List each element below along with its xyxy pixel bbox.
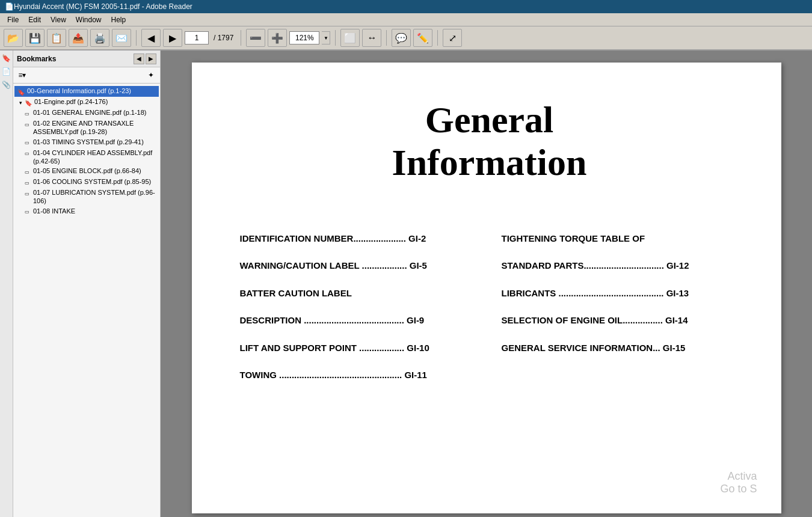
page-title: General Information	[240, 99, 739, 185]
fit-width-button[interactable]: ↔	[362, 29, 381, 47]
menu-edit[interactable]: Edit	[23, 14, 46, 25]
bookmark-icon-01-07: ▭	[23, 189, 31, 198]
toc-item-left-1: WARNING/CAUTION LABEL ..................…	[240, 260, 478, 272]
sidebar-expand-btn[interactable]: ▶	[146, 54, 156, 64]
bookmark-text-01-04: 01-04 CYLINDER HEAD ASSEMBLY.pdf (p.42-6…	[33, 148, 158, 166]
title-bar: 📄 Hyundai Accent (MC) FSM 2005-11.pdf - …	[0, 0, 812, 13]
zoom-input[interactable]	[289, 31, 319, 44]
prev-page-button[interactable]: ◀	[141, 29, 161, 47]
bookmark-icon-01-05: ▭	[23, 168, 31, 176]
bookmark-text-01-06: 01-06 COOLING SYSTEM.pdf (p.85-95)	[33, 177, 151, 186]
attachments-panel-icon[interactable]: 📎	[1, 79, 12, 90]
fit-page-button[interactable]: ⬜	[340, 29, 360, 47]
zoom-out-button[interactable]: ➖	[246, 29, 265, 47]
pages-panel-icon[interactable]: 📄	[1, 66, 12, 77]
comment-button[interactable]: 💬	[392, 29, 411, 47]
menu-window[interactable]: Window	[71, 14, 106, 25]
page-total: / 1797	[214, 34, 233, 42]
page-title-line1: General	[425, 99, 554, 140]
menu-bar: File Edit View Window Help	[0, 13, 812, 26]
toc-grid: IDENTIFICATION NUMBER...................…	[240, 233, 739, 397]
bookmark-icon-01-08: ▭	[23, 208, 31, 216]
toc-item-right-1: STANDARD PARTS..........................…	[502, 260, 739, 272]
bookmark-text-01-03: 01-03 TIMING SYSTEM.pdf (p.29-41)	[33, 138, 144, 146]
toolbar: 📂 💾 📋 📤 🖨️ ✉️ ◀ ▶ / 1797 ➖ ➕ ▼ ⬜ ↔ 💬 ✏️ …	[0, 26, 812, 50]
bookmark-text-01-07: 01-07 LUBRICATION SYSTEM.pdf (p.96-106)	[33, 188, 158, 206]
open-button[interactable]: 📂	[4, 29, 23, 47]
bookmark-item-01-02[interactable]: ▭ 01-02 ENGINE AND TRANSAXLE ASSEMBLY.pd…	[14, 118, 159, 137]
toc-left-column: IDENTIFICATION NUMBER...................…	[240, 233, 478, 397]
separator-4	[386, 30, 387, 46]
bookmarks-options-btn[interactable]: ≡▾	[16, 69, 29, 81]
toc-item-left-3: DESCRIPTION ............................…	[240, 314, 478, 326]
zoom-in-button[interactable]: ➕	[268, 29, 287, 47]
sidebar-header: Bookmarks ◀ ▶	[13, 50, 160, 67]
sidebar-toolbar: ≡▾ ✦	[13, 67, 160, 84]
bookmark-text-01-01: 01-01 GENERAL ENGINE.pdf (p.1-18)	[33, 108, 147, 117]
separator-1	[136, 30, 137, 46]
bookmark-item-01-08[interactable]: ▭ 01-08 INTAKE	[14, 206, 159, 217]
save-button[interactable]: 💾	[25, 29, 45, 47]
bookmark-item-01-04[interactable]: ▭ 01-04 CYLINDER HEAD ASSEMBLY.pdf (p.42…	[14, 148, 159, 167]
title-bar-text: Hyundai Accent (MC) FSM 2005-11.pdf - Ad…	[14, 2, 192, 11]
bookmark-item-00[interactable]: 🔖 00-General Information.pdf (p.1-23)	[14, 86, 159, 97]
bookmark-item-01-03[interactable]: ▭ 01-03 TIMING SYSTEM.pdf (p.29-41)	[14, 137, 159, 148]
menu-help[interactable]: Help	[106, 14, 131, 25]
bookmark-icon-01-06: ▭	[23, 179, 31, 187]
fullscreen-button[interactable]: ⤢	[443, 29, 462, 47]
page-number-input[interactable]	[185, 31, 209, 44]
toc-item-left-4: LIFT AND SUPPORT POINT .................…	[240, 342, 478, 354]
main-layout: 🔖 📄 📎 Bookmarks ◀ ▶ ≡▾ ✦ 🔖 00-General In…	[0, 50, 812, 517]
share-button[interactable]: 📤	[69, 29, 88, 47]
zoom-dropdown-btn[interactable]: ▼	[322, 31, 330, 44]
bookmark-item-01-06[interactable]: ▭ 01-06 COOLING SYSTEM.pdf (p.85-95)	[14, 177, 159, 188]
bookmark-icon-01-01: ▭	[23, 109, 31, 118]
bookmark-icon-01: 🔖	[24, 99, 32, 107]
toc-item-right-3: SELECTION OF ENGINE OIL................ …	[502, 314, 739, 326]
bookmarks-panel-icon[interactable]: 🔖	[1, 53, 12, 64]
bookmark-icon-01-03: ▭	[23, 139, 31, 147]
sidebar-collapse-btn[interactable]: ◀	[134, 54, 144, 64]
bookmark-icon-01-02: ▭	[23, 120, 31, 129]
bookmark-icon-00: 🔖	[17, 88, 25, 96]
left-icon-panel: 🔖 📄 📎	[0, 50, 13, 517]
email-button[interactable]: ✉️	[112, 29, 131, 47]
toc-item-left-0: IDENTIFICATION NUMBER...................…	[240, 233, 478, 245]
sidebar: Bookmarks ◀ ▶ ≡▾ ✦ 🔖 00-General Informat…	[13, 50, 161, 517]
bookmark-item-01-07[interactable]: ▭ 01-07 LUBRICATION SYSTEM.pdf (p.96-106…	[14, 188, 159, 206]
properties-button[interactable]: 📋	[47, 29, 66, 47]
bookmark-text-01-08: 01-08 INTAKE	[33, 207, 75, 215]
bookmark-text-01: 01-Engine.pdf (p.24-176)	[34, 97, 108, 106]
separator-5	[437, 30, 438, 46]
watermark-line2: Go to S	[720, 483, 757, 495]
separator-3	[335, 30, 336, 46]
bookmark-text-00: 00-General Information.pdf (p.1-23)	[27, 87, 131, 95]
bookmark-text-01-05: 01-05 ENGINE BLOCK.pdf (p.66-84)	[33, 167, 141, 175]
bookmark-item-01-05[interactable]: ▭ 01-05 ENGINE BLOCK.pdf (p.66-84)	[14, 166, 159, 177]
toc-item-right-2: LIBRICANTS .............................…	[502, 287, 739, 299]
sidebar-title: Bookmarks	[17, 55, 56, 63]
expand-icon-01[interactable]: ▾	[17, 99, 24, 107]
document-area[interactable]: General Information IDENTIFICATION NUMBE…	[161, 50, 812, 517]
watermark: Activa Go to S	[720, 470, 757, 495]
toc-item-left-2: BATTER CAUTION LABEL	[240, 287, 478, 299]
markup-button[interactable]: ✏️	[413, 29, 432, 47]
next-page-button[interactable]: ▶	[163, 29, 182, 47]
page-content: General Information IDENTIFICATION NUMBE…	[192, 63, 781, 513]
toc-item-right-0: TIGHTENING TORQUE TABLE OF	[502, 233, 739, 245]
new-bookmark-btn[interactable]: ✦	[144, 69, 158, 81]
sidebar-controls: ◀ ▶	[134, 54, 156, 64]
page-title-line2: Information	[392, 142, 587, 183]
toc-item-right-4: GENERAL SERVICE INFORMATION... GI-15	[502, 342, 739, 354]
bookmark-item-01[interactable]: ▾ 🔖 01-Engine.pdf (p.24-176)	[14, 97, 159, 108]
print-button[interactable]: 🖨️	[90, 29, 109, 47]
title-bar-icon: 📄	[5, 2, 14, 11]
bookmark-text-01-02: 01-02 ENGINE AND TRANSAXLE ASSEMBLY.pdf …	[33, 119, 158, 136]
bookmark-icon-01-04: ▭	[23, 150, 31, 158]
bookmark-item-01-01[interactable]: ▭ 01-01 GENERAL ENGINE.pdf (p.1-18)	[14, 108, 159, 118]
bookmarks-tree[interactable]: 🔖 00-General Information.pdf (p.1-23) ▾ …	[13, 84, 160, 517]
menu-view[interactable]: View	[46, 14, 71, 25]
menu-file[interactable]: File	[2, 14, 23, 25]
watermark-line1: Activa	[720, 470, 757, 483]
toc-right-column: TIGHTENING TORQUE TABLE OF STANDARD PART…	[502, 233, 739, 397]
